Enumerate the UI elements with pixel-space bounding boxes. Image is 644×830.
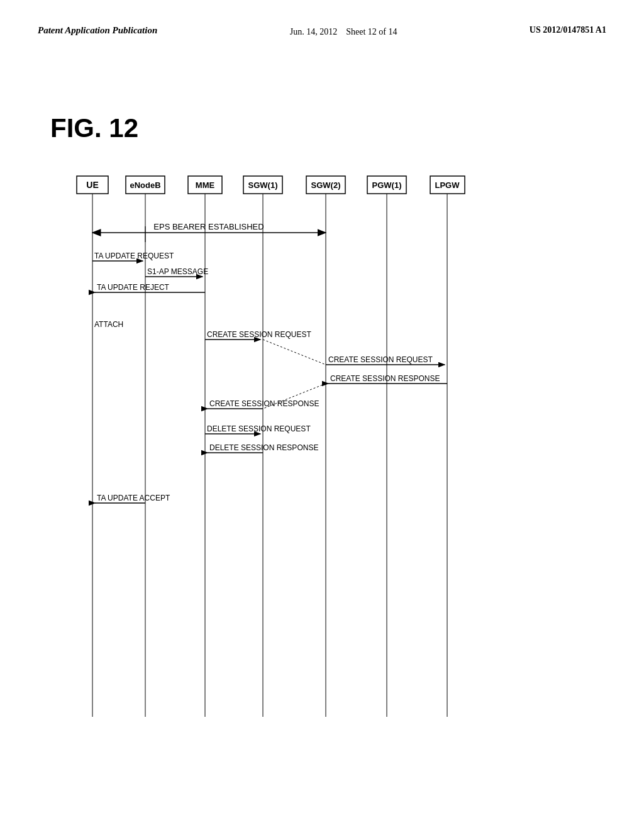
svg-text:EPS BEARER ESTABLISHED: EPS BEARER ESTABLISHED — [153, 222, 264, 231]
svg-text:DELETE SESSION REQUEST: DELETE SESSION REQUEST — [207, 424, 311, 433]
svg-text:S1-AP MESSAGE: S1-AP MESSAGE — [147, 267, 208, 276]
svg-text:SGW(1): SGW(1) — [248, 180, 278, 190]
svg-line-33 — [263, 340, 326, 365]
diagram-svg: UE eNodeB MME SGW(1) SGW(2) PGW(1) LPGW … — [50, 170, 606, 736]
svg-text:TA UPDATE ACCEPT: TA UPDATE ACCEPT — [97, 494, 170, 502]
svg-text:DELETE SESSION RESPONSE: DELETE SESSION RESPONSE — [209, 443, 318, 452]
svg-text:CREATE SESSION RESPONSE: CREATE SESSION RESPONSE — [330, 374, 440, 383]
figure-title: FIG. 12 — [50, 113, 138, 143]
svg-text:eNodeB: eNodeB — [130, 180, 160, 190]
svg-text:CREATE SESSION RESPONSE: CREATE SESSION RESPONSE — [209, 399, 319, 408]
svg-text:CREATE SESSION REQUEST: CREATE SESSION REQUEST — [328, 355, 433, 364]
svg-text:UE: UE — [86, 180, 98, 190]
svg-text:ATTACH: ATTACH — [94, 320, 123, 329]
svg-text:TA UPDATE REQUEST: TA UPDATE REQUEST — [94, 252, 174, 260]
sheet-info: Jun. 14, 2012 Sheet 12 of 14 — [290, 25, 397, 38]
svg-text:LPGW: LPGW — [435, 180, 460, 190]
patent-number: US 2012/0147851 A1 — [530, 25, 606, 35]
svg-text:SGW(2): SGW(2) — [311, 180, 341, 190]
svg-text:TA UPDATE REJECT: TA UPDATE REJECT — [97, 283, 170, 292]
svg-text:CREATE SESSION REQUEST: CREATE SESSION REQUEST — [207, 330, 311, 339]
publication-label: Patent Application Publication — [38, 25, 157, 36]
svg-text:MME: MME — [196, 180, 215, 190]
svg-text:PGW(1): PGW(1) — [372, 180, 402, 190]
sequence-diagram: UE eNodeB MME SGW(1) SGW(2) PGW(1) LPGW … — [50, 170, 606, 767]
